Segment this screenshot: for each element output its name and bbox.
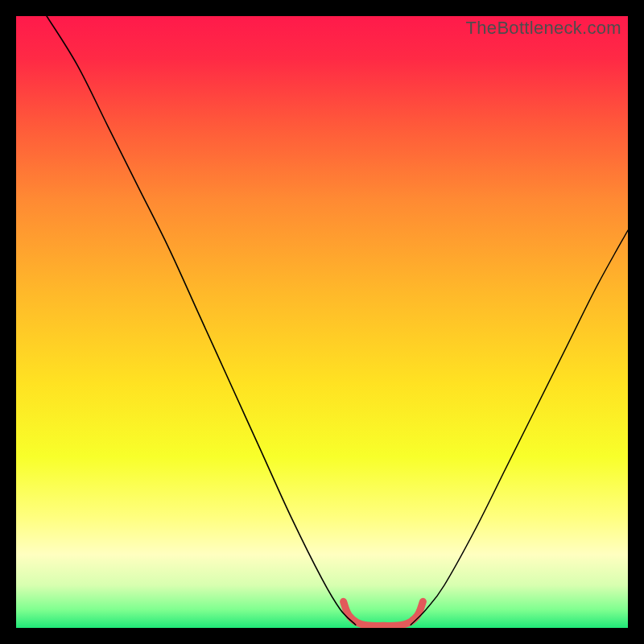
series-left-curve [47,16,356,625]
plot-area: TheBottleneck.com [16,16,628,628]
chart-frame: TheBottleneck.com [0,0,644,644]
series-bottom-red-accent [344,601,423,625]
series-right-curve [411,230,628,625]
chart-curves [16,16,628,628]
